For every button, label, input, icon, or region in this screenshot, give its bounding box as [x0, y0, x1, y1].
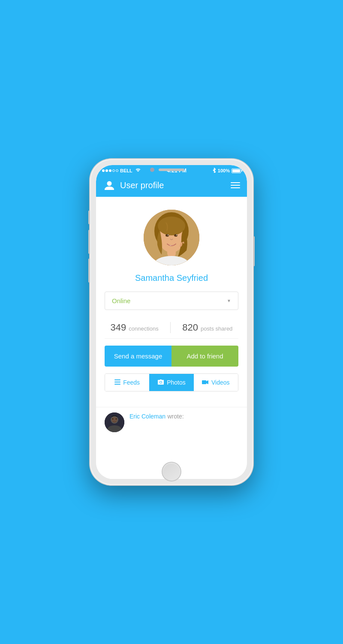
signal-dot-2 [105, 169, 108, 172]
status-right: 100% [213, 168, 241, 174]
battery-indicator [232, 169, 241, 173]
page-title: User profile [120, 181, 164, 190]
mute-button [88, 211, 90, 224]
volume-up-button [88, 230, 90, 254]
connections-count: 349 [111, 322, 126, 333]
tab-photos[interactable]: Photos [149, 374, 193, 391]
posts-count: 820 [182, 322, 198, 333]
volume-down-button [88, 259, 90, 283]
hamburger-line-3 [231, 187, 240, 188]
svg-rect-12 [114, 379, 120, 380]
svg-point-22 [116, 418, 117, 420]
stats-divider [170, 322, 171, 333]
main-content: Samantha Seyfried Online ▼ 349 connectio… [96, 197, 247, 479]
svg-point-9 [174, 234, 178, 237]
screen-content: BELL 4:21 PM [96, 165, 247, 479]
tab-videos[interactable]: Videos [194, 374, 238, 391]
feed-author-name[interactable]: Eric Coleman [129, 413, 165, 420]
svg-point-7 [158, 217, 185, 235]
nav-left-section: User profile [103, 179, 164, 192]
posts-label: posts shared [201, 325, 232, 332]
signal-dot-3 [109, 169, 111, 172]
add-friend-button[interactable]: Add to friend [172, 346, 238, 367]
nav-user-icon [103, 179, 116, 192]
feed-author-avatar [105, 412, 124, 432]
svg-point-11 [176, 235, 177, 235]
hamburger-line-2 [231, 185, 240, 186]
phone-frame: BELL 4:21 PM [90, 159, 253, 485]
signal-dot-5 [116, 169, 118, 172]
dropdown-arrow-icon: ▼ [227, 298, 231, 303]
speaker [159, 169, 184, 171]
avatar-image [144, 210, 199, 265]
signal-dot-4 [112, 169, 115, 172]
posts-stat: 820 posts shared [182, 322, 232, 333]
bluetooth-icon [213, 168, 216, 174]
feed-avatar-image [105, 412, 124, 432]
connections-label: connections [129, 325, 158, 332]
content-tabs: Feeds Photos [105, 373, 238, 391]
action-buttons-row: Send a message Add to friend [105, 346, 238, 367]
tab-photos-label: Photos [167, 379, 186, 386]
svg-point-8 [165, 234, 169, 237]
avatar [144, 210, 199, 265]
svg-point-2 [107, 181, 112, 186]
signal-dot-1 [102, 169, 105, 172]
tab-videos-label: Videos [211, 379, 230, 386]
tab-feeds-label: Feeds [123, 379, 140, 386]
svg-point-20 [111, 417, 117, 423]
svg-rect-13 [114, 382, 120, 382]
user-name: Samantha Seyfried [135, 273, 208, 283]
hamburger-menu-button[interactable] [231, 182, 240, 188]
connections-stat: 349 connections [111, 322, 159, 333]
status-left: BELL [102, 168, 141, 173]
home-button[interactable] [162, 462, 181, 481]
status-value: Online [112, 297, 130, 304]
feed-text-content: Eric Coleman wrote: [129, 412, 238, 420]
svg-point-21 [112, 418, 114, 420]
stats-row: 349 connections 820 posts shared [105, 317, 238, 339]
wifi-icon [135, 168, 141, 173]
phone-screen: BELL 4:21 PM [96, 165, 247, 479]
hamburger-line-1 [231, 182, 240, 183]
video-icon [202, 379, 209, 386]
svg-point-10 [168, 235, 168, 235]
feed-item: Eric Coleman wrote: [96, 407, 247, 437]
power-button [253, 236, 255, 266]
tab-feeds[interactable]: Feeds [105, 374, 149, 391]
camera-icon [157, 379, 164, 386]
svg-point-16 [160, 382, 162, 383]
list-icon [114, 379, 120, 386]
svg-rect-14 [114, 384, 120, 385]
feed-action-text: wrote: [167, 413, 184, 420]
status-dropdown[interactable]: Online ▼ [105, 292, 238, 310]
send-message-button[interactable]: Send a message [105, 346, 172, 367]
carrier-label: BELL [120, 168, 132, 173]
front-camera [150, 168, 154, 172]
profile-section: Samantha Seyfried Online ▼ 349 connectio… [96, 197, 247, 407]
svg-rect-17 [202, 380, 206, 384]
battery-percent-label: 100% [218, 168, 230, 173]
nav-header: User profile [96, 175, 247, 197]
signal-strength [102, 169, 118, 172]
